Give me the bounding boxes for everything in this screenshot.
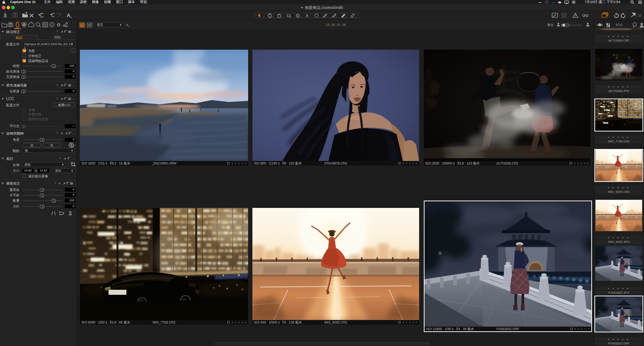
svg-text:LINE: LINE — [538, 2, 542, 3]
svg-text:A: A — [67, 12, 71, 18]
svg-text:8/10: 8/10 — [616, 23, 623, 27]
svg-text:+: + — [126, 22, 128, 27]
